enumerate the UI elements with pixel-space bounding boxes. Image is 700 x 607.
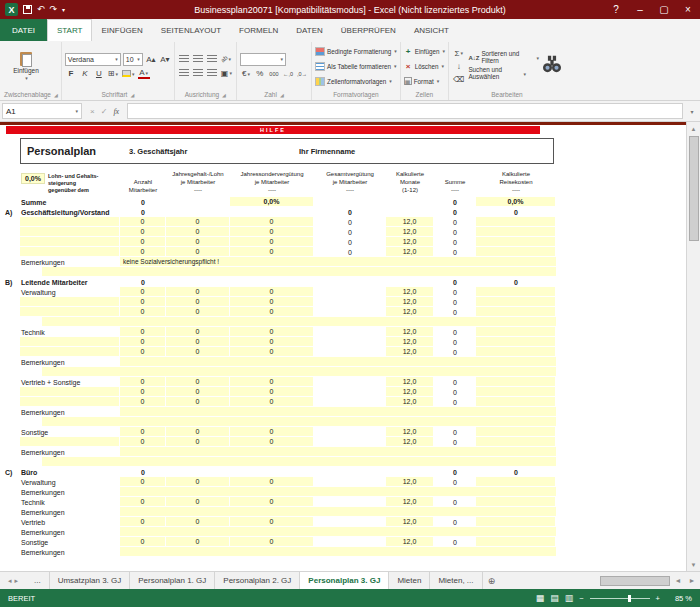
cell[interactable] xyxy=(386,197,434,207)
cell[interactable]: 12,0 xyxy=(386,427,434,437)
cell[interactable] xyxy=(476,437,556,447)
cell[interactable] xyxy=(230,467,314,477)
dialog-launcher-icon[interactable]: ◢ xyxy=(222,92,226,98)
cell[interactable]: 0 xyxy=(166,237,230,247)
row-label[interactable] xyxy=(20,397,120,407)
cell[interactable] xyxy=(476,477,556,487)
cell[interactable]: 0 xyxy=(230,297,314,307)
insert-function-icon[interactable]: fx xyxy=(113,107,119,116)
cell[interactable]: 0 xyxy=(230,537,314,547)
row-label[interactable] xyxy=(20,227,120,237)
row-label[interactable]: Verwaltung xyxy=(20,287,120,297)
cell[interactable]: 0 xyxy=(120,377,166,387)
cell[interactable]: 0 xyxy=(120,537,166,547)
zoom-slider[interactable] xyxy=(590,598,650,599)
cell[interactable]: 0 xyxy=(166,287,230,297)
note-cell[interactable] xyxy=(120,447,556,457)
orientation-button[interactable]: ab▾ xyxy=(220,53,232,65)
zoom-in-button[interactable]: + xyxy=(656,594,660,603)
cell[interactable]: 0 xyxy=(314,207,386,217)
ribbon-tab[interactable]: DATEI xyxy=(0,19,47,41)
cell[interactable] xyxy=(476,327,556,337)
cell[interactable]: 0 xyxy=(230,227,314,237)
format-cells-button[interactable]: ▦Format▾ xyxy=(404,75,439,88)
cell[interactable]: 0 xyxy=(166,497,230,507)
sheet-tab[interactable]: Personalplan 1. GJ xyxy=(130,572,215,589)
save-icon[interactable] xyxy=(23,5,32,14)
align-top-button[interactable] xyxy=(178,53,190,65)
row-label[interactable]: Sonstige xyxy=(20,427,120,437)
cell[interactable]: 0,0% xyxy=(476,197,556,207)
cell[interactable] xyxy=(314,387,386,397)
cell[interactable]: 0 xyxy=(166,297,230,307)
cell[interactable]: 12,0 xyxy=(386,377,434,387)
sheet-tab[interactable]: Personalplan 2. GJ xyxy=(215,572,300,589)
cell[interactable]: 0 xyxy=(434,307,476,317)
cell[interactable]: 0 xyxy=(230,337,314,347)
cell[interactable]: 0 xyxy=(434,337,476,347)
sort-filter-button[interactable]: A↓ZSortieren und Filtern▾ xyxy=(468,51,539,65)
cell[interactable]: 0 xyxy=(230,287,314,297)
find-select-button[interactable]: Suchen und Auswählen▾ xyxy=(468,67,539,81)
cell[interactable]: 12,0 xyxy=(386,477,434,487)
cell[interactable]: 12,0 xyxy=(386,287,434,297)
cell[interactable]: 0 xyxy=(120,427,166,437)
cell[interactable]: 0 xyxy=(166,437,230,447)
cell[interactable]: 0 xyxy=(120,327,166,337)
cell[interactable] xyxy=(166,207,230,217)
cell[interactable]: 12,0 xyxy=(386,347,434,357)
cell[interactable]: 0 xyxy=(120,277,166,287)
conditional-formatting-button[interactable]: Bedingte Formatierung▾ xyxy=(315,45,397,58)
note-cell[interactable] xyxy=(120,357,556,367)
cell[interactable]: 0 xyxy=(230,397,314,407)
percent-format-button[interactable]: % xyxy=(254,68,266,80)
cell[interactable]: 0 xyxy=(120,337,166,347)
zoom-out-button[interactable]: − xyxy=(579,594,583,603)
scroll-down-icon[interactable]: ▼ xyxy=(687,558,700,571)
cell[interactable]: 12,0 xyxy=(386,437,434,447)
cell[interactable] xyxy=(314,397,386,407)
row-label[interactable]: Verwaltung xyxy=(20,477,120,487)
cell[interactable] xyxy=(314,427,386,437)
ribbon-tab[interactable]: START xyxy=(47,19,92,41)
cell[interactable]: 0 xyxy=(230,497,314,507)
cell[interactable] xyxy=(314,347,386,357)
cell[interactable]: 0 xyxy=(120,247,166,257)
horizontal-scroll-thumb[interactable] xyxy=(600,576,670,586)
sheet-tab[interactable]: Mieten, ... xyxy=(430,572,482,589)
align-bottom-button[interactable] xyxy=(206,53,218,65)
vertical-scrollbar[interactable]: ▲ ▼ xyxy=(686,122,700,571)
cell[interactable]: 0 xyxy=(434,437,476,447)
input-band[interactable] xyxy=(42,267,556,277)
row-label[interactable]: Vertrieb + Sonstige xyxy=(20,377,120,387)
ribbon-tab[interactable]: SEITENLAYOUT xyxy=(152,19,230,41)
cell[interactable] xyxy=(314,297,386,307)
help-banner[interactable]: HILFE xyxy=(6,126,540,134)
insert-cells-button[interactable]: +Einfügen▾ xyxy=(404,45,445,58)
row-label[interactable]: Sonstige xyxy=(20,537,120,547)
cell[interactable] xyxy=(314,307,386,317)
fill-color-button[interactable]: ▾ xyxy=(121,68,136,80)
row-label[interactable]: Bemerkungen xyxy=(20,407,120,417)
cell[interactable]: 12,0 xyxy=(386,307,434,317)
cell[interactable]: 0 xyxy=(230,377,314,387)
cell[interactable]: 0 xyxy=(230,247,314,257)
row-label[interactable]: Leitende Mitarbeiter xyxy=(20,277,120,287)
row-label[interactable] xyxy=(20,307,120,317)
bold-button[interactable]: F xyxy=(65,68,77,80)
cell[interactable]: 0 xyxy=(120,477,166,487)
cell[interactable]: 0 xyxy=(476,467,556,477)
input-band[interactable] xyxy=(42,317,556,327)
scroll-left-icon[interactable]: ◄ xyxy=(672,577,684,584)
cell[interactable] xyxy=(476,287,556,297)
decrease-decimal-button[interactable]: ,0→ xyxy=(296,68,308,80)
cell[interactable] xyxy=(314,537,386,547)
cell[interactable]: 0 xyxy=(434,387,476,397)
currency-format-button[interactable]: €▾ xyxy=(240,68,252,80)
cancel-icon[interactable]: × xyxy=(90,107,95,116)
horizontal-scrollbar[interactable]: ◄ ► xyxy=(600,572,700,589)
cell[interactable]: 0 xyxy=(434,287,476,297)
align-middle-button[interactable] xyxy=(192,53,204,65)
cell[interactable]: 0 xyxy=(434,277,476,287)
cell[interactable]: 12,0 xyxy=(386,397,434,407)
